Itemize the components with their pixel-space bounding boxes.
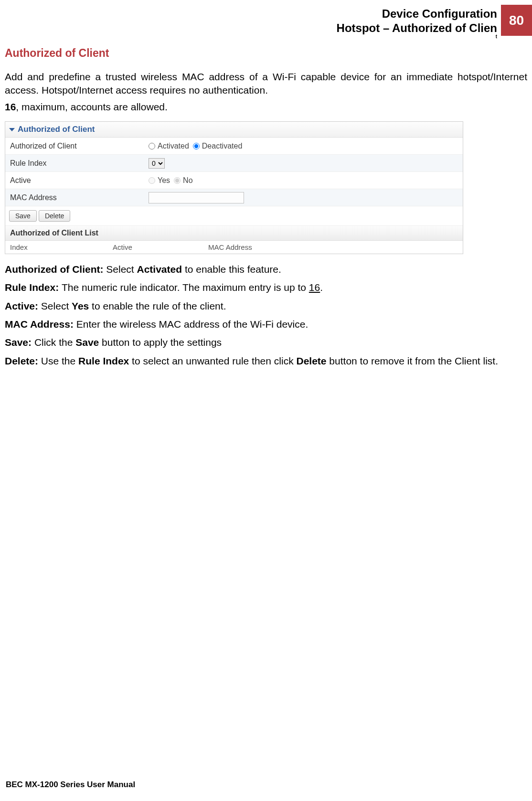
def-authorized: Authorized of Client: Select Activated t… — [5, 263, 527, 276]
header-line2: Hotspot – Authorized of Clien — [337, 21, 497, 35]
def-delete: Delete: Use the Rule Index to select an … — [5, 354, 527, 368]
authorized-label: Authorized of Client — [5, 139, 144, 153]
radio-activated-label[interactable]: Activated — [149, 142, 189, 150]
radio-activated-text: Activated — [158, 142, 189, 150]
max-number: 16 — [5, 101, 16, 112]
row-authorized: Authorized of Client Activated Deactivat… — [5, 138, 463, 155]
def-rule-index: Rule Index: The numeric rule indicator. … — [5, 281, 527, 294]
delete-button[interactable]: Delete — [39, 210, 70, 222]
config-panel: Authorized of Client Authorized of Clien… — [5, 121, 463, 254]
def-save: Save: Click the Save button to apply the… — [5, 336, 527, 349]
radio-activated[interactable] — [149, 143, 155, 150]
page-header: Device Configuration Hotspot – Authorize… — [0, 0, 532, 38]
radio-deactivated-label[interactable]: Deactivated — [193, 142, 243, 150]
row-active: Active Yes No — [5, 172, 463, 189]
col-mac: MAC Address — [203, 241, 463, 254]
page-number-badge: 80 — [501, 5, 532, 36]
list-header-row: Index Active MAC Address — [5, 241, 463, 254]
list-subheader: Authorized of Client List — [5, 226, 463, 241]
mac-label: MAC Address — [5, 191, 144, 205]
authorized-controls: Activated Deactivated — [144, 140, 247, 152]
intro-paragraph-1: Add and predefine a trusted wireless MAC… — [5, 70, 527, 97]
def-active: Active: Select Yes to enable the rule of… — [5, 299, 527, 313]
col-index: Index — [5, 241, 108, 254]
active-label: Active — [5, 173, 144, 188]
radio-yes-label[interactable]: Yes — [149, 176, 170, 185]
rule-index-select[interactable]: 0 — [149, 158, 165, 169]
button-row: Save Delete — [5, 206, 463, 226]
rule-index-label: Rule Index — [5, 156, 144, 171]
footer-text: BEC MX-1200 Series User Manual — [6, 780, 135, 790]
radio-no[interactable] — [174, 177, 181, 184]
radio-no-text: No — [183, 176, 192, 185]
intro-paragraph-2: 16, maximum, accounts are allowed. — [5, 100, 527, 114]
save-button[interactable]: Save — [9, 210, 37, 222]
mac-input[interactable] — [149, 192, 244, 203]
panel-header[interactable]: Authorized of Client — [5, 122, 463, 138]
radio-deactivated-text: Deactivated — [202, 142, 243, 150]
def-mac: MAC Address: Enter the wireless MAC addr… — [5, 318, 527, 331]
header-line1: Device Configuration — [337, 7, 497, 21]
panel-header-title: Authorized of Client — [18, 125, 95, 134]
max-text: , maximum, accounts are allowed. — [16, 101, 167, 112]
radio-yes-text: Yes — [158, 176, 170, 185]
main-content: Authorized of Client Add and predefine a… — [0, 38, 532, 368]
header-line3: t — [337, 35, 497, 38]
header-title-block: Device Configuration Hotspot – Authorize… — [337, 5, 501, 38]
row-mac: MAC Address — [5, 189, 463, 206]
section-title: Authorized of Client — [5, 47, 527, 60]
radio-yes[interactable] — [149, 177, 155, 184]
radio-no-label[interactable]: No — [174, 176, 192, 185]
definitions: Authorized of Client: Select Activated t… — [5, 263, 527, 368]
chevron-down-icon — [9, 128, 15, 131]
radio-deactivated[interactable] — [193, 143, 200, 150]
row-rule-index: Rule Index 0 — [5, 155, 463, 172]
page-number: 80 — [509, 13, 524, 28]
col-active: Active — [108, 241, 203, 254]
